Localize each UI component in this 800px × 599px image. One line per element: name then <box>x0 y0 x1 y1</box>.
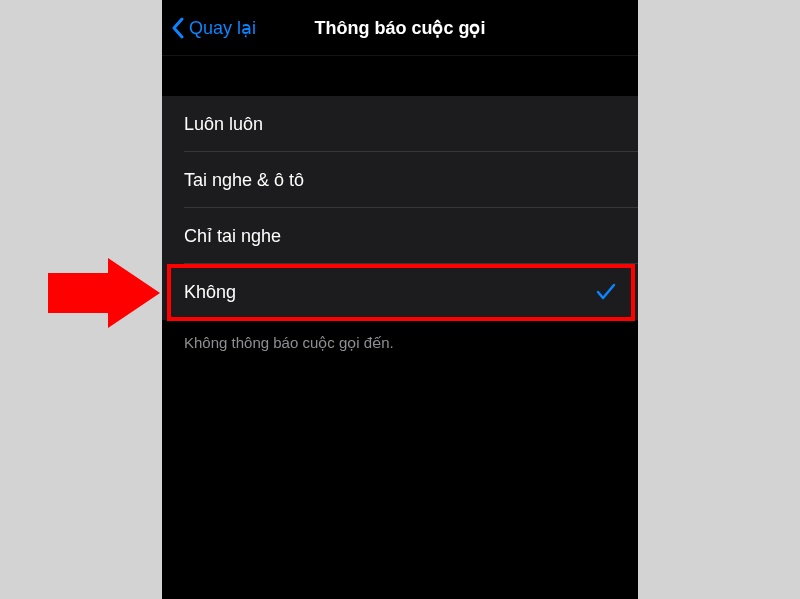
options-list: Luôn luôn Tai nghe & ô tô Chỉ tai nghe K… <box>162 96 638 320</box>
svg-marker-0 <box>48 258 160 328</box>
checkmark-icon <box>596 283 616 301</box>
option-always[interactable]: Luôn luôn <box>162 96 638 152</box>
back-label: Quay lại <box>189 17 256 39</box>
section-spacer <box>162 56 638 96</box>
back-button[interactable]: Quay lại <box>170 17 256 39</box>
option-headphones-car[interactable]: Tai nghe & ô tô <box>162 152 638 208</box>
footer-text: Không thông báo cuộc gọi đến. <box>162 320 638 352</box>
option-never[interactable]: Không <box>162 264 638 320</box>
nav-bar: Quay lại Thông báo cuộc gọi <box>162 0 638 56</box>
option-label: Luôn luôn <box>184 114 263 135</box>
option-label: Chỉ tai nghe <box>184 225 281 247</box>
phone-screen: Quay lại Thông báo cuộc gọi Luôn luôn Ta… <box>162 0 638 599</box>
option-label: Không <box>184 282 236 303</box>
page-title: Thông báo cuộc gọi <box>315 17 486 39</box>
option-label: Tai nghe & ô tô <box>184 170 304 191</box>
annotation-arrow-icon <box>48 258 160 328</box>
option-headphones-only[interactable]: Chỉ tai nghe <box>162 208 638 264</box>
chevron-left-icon <box>170 17 185 39</box>
